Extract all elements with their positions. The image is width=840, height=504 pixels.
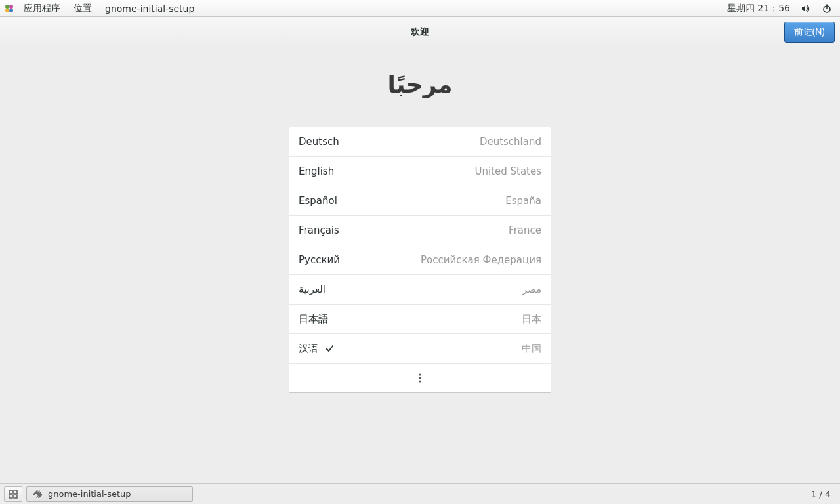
svg-rect-12 <box>14 495 17 498</box>
language-region: France <box>509 224 541 236</box>
top-panel-left: 应用程序 位置 gnome-initial-setup <box>3 0 201 17</box>
language-row[interactable]: العربيةمصر <box>289 275 551 304</box>
language-row[interactable]: 日本語日本 <box>289 304 551 334</box>
language-region: Deutschland <box>480 136 541 148</box>
clock-label: 星期四 21：56 <box>727 3 790 14</box>
next-button[interactable]: 前进(N) <box>784 22 835 43</box>
distro-logo-icon <box>4 3 14 14</box>
language-region: 日本 <box>522 313 541 326</box>
volume-indicator[interactable] <box>795 0 816 17</box>
top-panel-right: 星期四 21：56 <box>722 0 837 17</box>
welcome-heading: مرحبًا <box>388 71 453 98</box>
check-icon <box>325 344 334 353</box>
content-area: مرحبًا DeutschDeutschlandEnglishUnited S… <box>0 47 840 483</box>
power-indicator[interactable] <box>816 0 837 17</box>
svg-rect-11 <box>9 495 12 498</box>
page-title: 欢迎 <box>411 26 429 38</box>
svg-point-1 <box>9 5 13 9</box>
focused-app-label: gnome-initial-setup <box>105 3 194 14</box>
language-row[interactable]: DeutschDeutschland <box>289 127 551 157</box>
clock[interactable]: 星期四 21：56 <box>722 0 795 17</box>
language-row[interactable]: EspañolEspaña <box>289 186 551 216</box>
taskbar-entry-label: gnome-initial-setup <box>48 489 131 499</box>
language-name: English <box>299 165 334 177</box>
svg-point-6 <box>419 373 421 375</box>
language-region: España <box>505 195 541 207</box>
svg-point-0 <box>5 5 9 9</box>
places-menu[interactable]: 位置 <box>67 0 98 17</box>
language-name: Français <box>299 224 339 236</box>
top-panel: 应用程序 位置 gnome-initial-setup 星期四 21：56 <box>0 0 840 17</box>
applications-menu-label: 应用程序 <box>24 3 60 14</box>
language-row[interactable]: EnglishUnited States <box>289 157 551 186</box>
language-name: 日本語 <box>299 313 328 326</box>
language-name: Deutsch <box>299 136 339 148</box>
language-list: DeutschDeutschlandEnglishUnited StatesEs… <box>289 127 551 393</box>
language-row[interactable]: 汉语中国 <box>289 334 551 364</box>
header-bar: 欢迎 前进(N) <box>0 17 840 47</box>
svg-point-7 <box>419 377 421 379</box>
places-menu-label: 位置 <box>74 3 92 14</box>
volume-icon <box>801 3 811 14</box>
show-desktop-button[interactable] <box>4 486 22 502</box>
language-region: Российская Федерация <box>421 254 541 266</box>
svg-point-2 <box>5 9 9 12</box>
workspace-sep: / <box>819 489 822 499</box>
more-languages-button[interactable] <box>289 364 551 392</box>
bottom-taskbar: gnome-initial-setup 1 / 4 <box>0 483 840 504</box>
workspace-total: 4 <box>825 489 831 499</box>
language-name: Español <box>299 195 337 207</box>
svg-rect-10 <box>14 490 17 494</box>
language-name: العربية <box>299 284 326 295</box>
more-icon <box>419 373 421 383</box>
svg-rect-9 <box>9 490 12 494</box>
focused-app-menu[interactable]: gnome-initial-setup <box>98 0 201 17</box>
language-row[interactable]: FrançaisFrance <box>289 216 551 245</box>
svg-point-8 <box>419 380 421 382</box>
language-region: 中国 <box>522 343 541 355</box>
language-row[interactable]: РусскийРоссийская Федерация <box>289 245 551 275</box>
language-name: 汉语 <box>299 343 318 355</box>
workspace-current: 1 <box>810 489 816 499</box>
workspace-indicator[interactable]: 1 / 4 <box>810 489 836 499</box>
language-region: United States <box>474 165 541 177</box>
svg-point-3 <box>9 9 13 12</box>
language-region: مصر <box>522 284 541 295</box>
taskbar-entry[interactable]: gnome-initial-setup <box>26 486 193 502</box>
power-icon <box>822 3 832 14</box>
language-name: Русский <box>299 254 340 266</box>
settings-icon <box>32 489 43 499</box>
show-desktop-icon <box>9 490 18 499</box>
applications-menu[interactable]: 应用程序 <box>17 0 67 17</box>
